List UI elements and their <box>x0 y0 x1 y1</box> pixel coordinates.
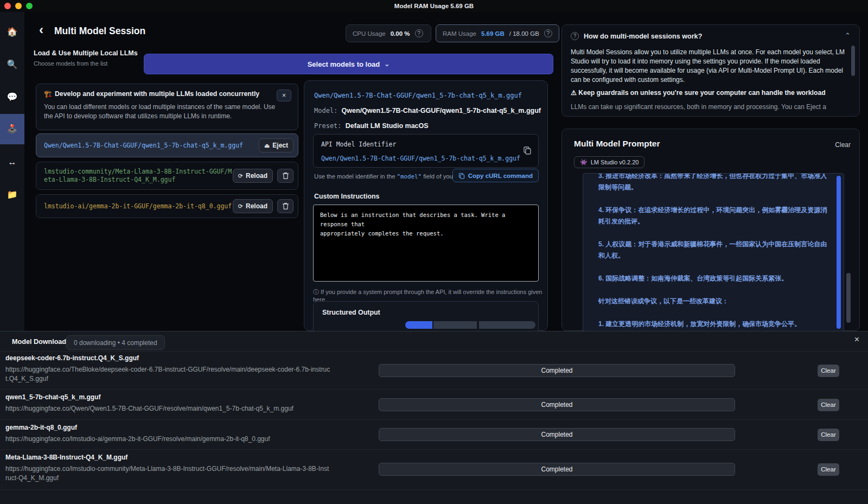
divider <box>0 489 868 490</box>
unloaded-model-row[interactable]: lmstudio-ai/gemma-2b-it-GGUF/gemma-2b-it… <box>36 194 298 218</box>
downloads-close-icon[interactable]: × <box>854 335 859 344</box>
prompter-response-text: 3. 推进市场经济改革：虽然带来了经济增长，但也存在权力过于集中、市场准入限制等… <box>583 173 843 331</box>
prompter-title: Multi Model Prompter <box>574 139 660 149</box>
faq-paragraph: Multi Model Sessions allow you to utiliz… <box>571 48 845 85</box>
model-downloads-panel: Model Downloads 0 downloading • 4 comple… <box>0 331 868 504</box>
minimize-window-button[interactable] <box>15 3 22 9</box>
cpu-help-icon[interactable]: ? <box>415 29 423 37</box>
api-identifier-label: API Model Identifier <box>321 141 396 148</box>
macos-titlebar: Model RAM Usage 5.69 GB <box>0 0 868 12</box>
model-value: Qwen/Qwen1.5-7B-Chat-GGUF/qwen1_5-7b-cha… <box>342 107 541 114</box>
home-icon[interactable]: 🏠 <box>0 24 24 40</box>
prompter-response-box[interactable]: 3. 推进市场经济改革：虽然带来了经济增长，但也存在权力过于集中、市场准入限制等… <box>583 173 844 331</box>
prompter-clear-button[interactable]: Clear <box>835 141 851 149</box>
warning-icon: ⚠ <box>571 89 577 97</box>
model-row: Model: Qwen/Qwen1.5-7B-Chat-GGUF/qwen1_5… <box>314 107 541 114</box>
chat-icon[interactable]: 💬 <box>0 89 24 105</box>
lm-studio-version-badge: 👾 LM Studio v0.2.20 <box>574 156 644 168</box>
back-chevron-icon[interactable]: ‹ <box>39 22 43 37</box>
ram-used-value: 5.69 GB <box>481 30 505 37</box>
chevron-down-icon: ⌄ <box>384 60 390 68</box>
cpu-usage-badge: CPU Usage 0.00 % ? <box>346 24 431 42</box>
ram-help-icon[interactable]: ? <box>544 29 552 37</box>
clear-download-button[interactable]: Clear <box>818 429 839 441</box>
unloaded-model-row[interactable]: lmstudio-community/Meta-Llama-3-8B-Instr… <box>36 162 298 190</box>
panel-scrollbar-thumb[interactable] <box>846 273 851 323</box>
faq-scrollbar-thumb[interactable] <box>851 46 855 76</box>
segment-active[interactable] <box>405 321 432 329</box>
guardrails-warning: ⚠ Keep guardrails on unless you're sure … <box>571 89 826 97</box>
download-progress-bar: Completed <box>379 428 735 441</box>
model-path: Qwen/Qwen1.5-7B-Chat-GGUF/qwen1_5-7b-cha… <box>36 142 259 150</box>
download-filename: gemma-2b-it-q8_0.gguf <box>5 424 77 431</box>
download-url: https://huggingface.co/TheBloke/deepseek… <box>5 365 331 384</box>
trash-icon <box>282 172 289 180</box>
collapse-chevron-icon[interactable]: ⌃ <box>845 31 851 40</box>
cpu-usage-value: 0.00 % <box>391 30 410 37</box>
api-identifier-value: Qwen/Qwen1.5-7B-Chat-GGUF/qwen1_5-7b-cha… <box>321 155 520 162</box>
segment-option[interactable] <box>433 321 477 329</box>
faq-card: ? How do multi-model sessions work? ⌃ Mu… <box>561 24 860 117</box>
tip-title: 🏗️Develop and experiment with multiple L… <box>44 90 290 98</box>
divider <box>0 449 868 450</box>
delete-model-button[interactable] <box>277 169 293 183</box>
select-models-button[interactable]: Select models to load ⌄ <box>144 54 553 74</box>
lm-studio-window: Model RAM Usage 5.69 GB 🏠 🔍 💬 🕹️ ↔ 📁 ‹ M… <box>0 0 868 504</box>
question-circle-icon: ? <box>571 32 579 40</box>
download-progress-bar: Completed <box>379 364 735 377</box>
reload-button[interactable]: ⟳ Reload <box>233 169 273 183</box>
search-icon[interactable]: 🔍 <box>0 56 24 73</box>
model-config-panel: Qwen/Qwen1.5-7B-Chat-GGUF/qwen1_5-7b-cha… <box>304 80 548 331</box>
page-title: Multi Model Session <box>54 25 145 37</box>
divider <box>0 351 868 352</box>
preset-row: Preset: Default LM Studio macOS <box>314 122 429 130</box>
preset-value: Default LM Studio macOS <box>346 122 429 130</box>
clear-download-button[interactable]: Clear <box>818 365 839 377</box>
reload-icon: ⟳ <box>238 203 243 210</box>
custom-instructions-textarea[interactable]: Below is an instruction that describes a… <box>313 205 539 282</box>
divider <box>0 389 868 390</box>
my-models-folder-icon[interactable]: 📁 <box>0 187 24 203</box>
zoom-window-button[interactable] <box>26 3 33 9</box>
reload-button[interactable]: ⟳ Reload <box>233 199 273 213</box>
structured-output-label: Structured Output <box>322 309 380 316</box>
multi-llm-tip-card: 🏗️Develop and experiment with multiple L… <box>36 84 298 130</box>
download-url: https://huggingface.co/Qwen/Qwen1.5-7B-C… <box>5 404 331 413</box>
segment-option[interactable] <box>479 321 535 329</box>
download-url: https://huggingface.co/lmstudio-communit… <box>5 464 331 483</box>
local-server-arrows-icon[interactable]: ↔ <box>0 154 24 170</box>
multi-model-prompter-card: Multi Model Prompter Clear 👾 LM Studio v… <box>561 129 860 331</box>
info-icon: ⓘ <box>313 289 319 295</box>
download-filename: qwen1_5-7b-chat-q5_k_m.gguf <box>5 393 100 401</box>
cpu-usage-label: CPU Usage <box>353 30 386 37</box>
reload-icon: ⟳ <box>238 173 243 180</box>
load-models-heading: Load & Use Multiple Local LLMs <box>34 49 138 57</box>
eject-button[interactable]: ⏏ Eject <box>259 138 293 152</box>
clear-download-button[interactable]: Clear <box>818 463 839 476</box>
app-sidebar: 🏠 🔍 💬 🕹️ ↔ 📁 <box>0 12 24 331</box>
select-models-label: Select models to load <box>308 60 380 68</box>
clear-download-button[interactable]: Clear <box>818 399 839 411</box>
copy-curl-button[interactable]: Copy cURL command <box>452 169 539 182</box>
faq-title: How do multi-model sessions work? <box>584 33 702 40</box>
eject-icon: ⏏ <box>264 142 270 149</box>
copy-icon[interactable] <box>523 146 532 155</box>
model-path: lmstudio-community/Meta-Llama-3-8B-Instr… <box>36 168 233 184</box>
faq-clipped-line: LLMs can take up significant resources, … <box>571 103 848 111</box>
tip-close-button[interactable]: × <box>277 90 291 101</box>
copy-icon <box>458 173 465 179</box>
custom-instructions-label: Custom Instructions <box>314 193 379 200</box>
playground-joystick-icon[interactable]: 🕹️ <box>0 121 24 137</box>
download-progress-bar: Completed <box>379 463 735 476</box>
delete-model-button[interactable] <box>277 199 293 213</box>
system-prompt-note: ⓘ If you provide a system prompt through… <box>313 288 547 303</box>
prompter-scrollbar-thumb[interactable] <box>837 176 841 329</box>
tip-body: You can load different models or load mu… <box>44 103 278 121</box>
model-field-code: "model" <box>397 173 422 180</box>
trash-icon <box>282 202 289 210</box>
model-path: lmstudio-ai/gemma-2b-it-GGUF/gemma-2b-it… <box>36 202 233 210</box>
loaded-model-row[interactable]: Qwen/Qwen1.5-7B-Chat-GGUF/qwen1_5-7b-cha… <box>36 133 298 157</box>
close-window-button[interactable] <box>4 3 11 9</box>
api-identifier-box: API Model Identifier Qwen/Qwen1.5-7B-Cha… <box>313 134 539 168</box>
download-filename: deepseek-coder-6.7b-instruct.Q4_K_S.gguf <box>5 354 139 362</box>
